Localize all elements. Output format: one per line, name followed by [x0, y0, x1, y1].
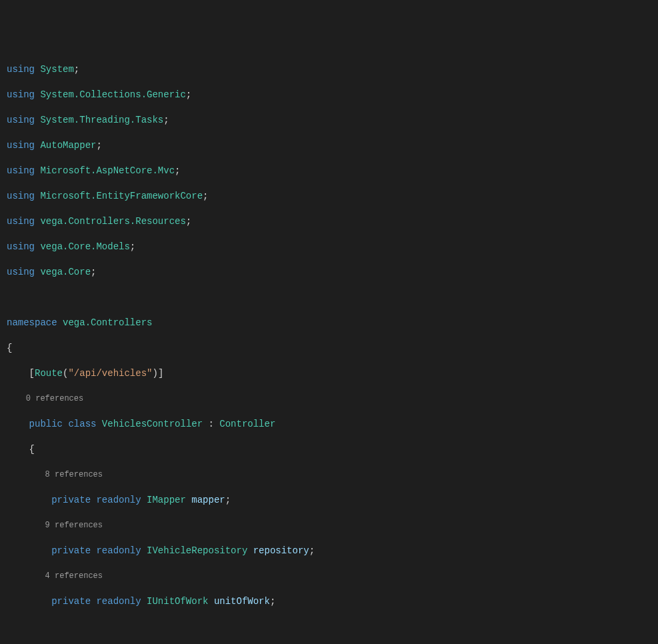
code-line[interactable]: using Microsoft.AspNetCore.Mvc; [7, 165, 651, 177]
code-line[interactable]: using System; [7, 63, 651, 76]
code-line[interactable]: using Microsoft.EntityFrameworkCore; [7, 190, 651, 203]
code-line[interactable]: { [7, 342, 651, 355]
codelens-references[interactable]: 4 references [7, 570, 651, 583]
code-line[interactable]: using System.Threading.Tasks; [7, 114, 651, 127]
code-line[interactable]: [Route("/api/vehicles")] [7, 367, 651, 380]
code-line[interactable]: { [7, 443, 651, 456]
code-line[interactable]: private readonly IVehicleRepository repo… [7, 545, 651, 557]
code-line[interactable]: private readonly IUnitOfWork unitOfWork; [7, 595, 651, 608]
code-line[interactable]: using vega.Controllers.Resources; [7, 215, 651, 228]
codelens-references[interactable]: 0 references [7, 393, 651, 405]
code-line[interactable]: using vega.Core; [7, 266, 651, 279]
code-line[interactable] [7, 621, 651, 633]
code-line[interactable]: public class VehiclesController : Contro… [7, 418, 651, 431]
code-line[interactable]: private readonly IMapper mapper; [7, 494, 651, 507]
code-editor[interactable]: using System; using System.Collections.G… [7, 51, 651, 644]
codelens-references[interactable]: 9 references [7, 519, 651, 532]
codelens-references[interactable]: 8 references [7, 469, 651, 481]
code-line[interactable]: using System.Collections.Generic; [7, 89, 651, 101]
code-line[interactable] [7, 291, 651, 304]
code-line[interactable]: using vega.Core.Models; [7, 241, 651, 253]
code-line[interactable]: using AutoMapper; [7, 139, 651, 152]
code-line[interactable]: namespace vega.Controllers [7, 317, 651, 329]
